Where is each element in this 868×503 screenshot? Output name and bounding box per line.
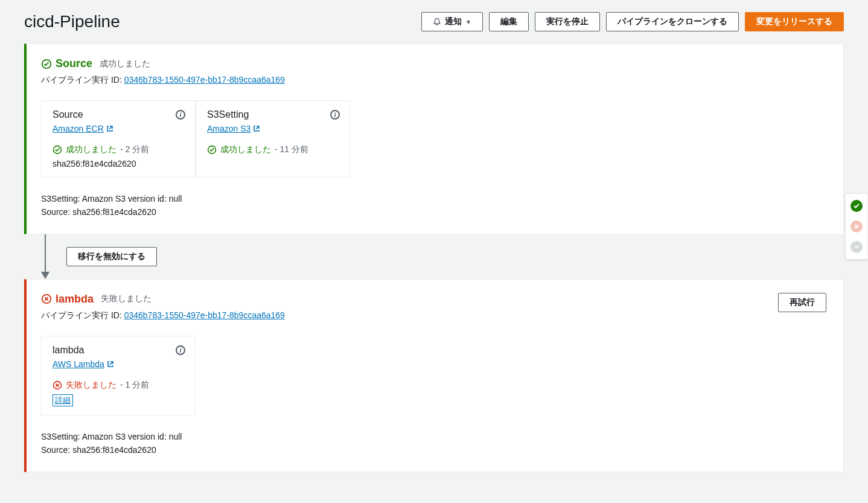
artifact-lines: S3Setting: Amazon S3 version id: null So… [41,430,826,457]
stage-source-title: Source [41,57,92,70]
page-title: cicd-Pipeline [24,12,120,31]
info-icon[interactable]: i [176,110,185,120]
provider-label: AWS Lambda [53,359,104,369]
lambda-action-cards: i lambda AWS Lambda 失敗しました - 1 分前 詳細 [41,336,826,415]
exec-line: パイプライン実行 ID: 0346b783-1550-497e-bb17-8b9… [41,75,285,86]
status-line: 成功しました - 11 分前 [207,144,339,155]
source-action-cards: i Source Amazon ECR 成功しました - 2 分前 sha256… [41,100,826,178]
provider-label: Amazon S3 [207,124,251,133]
check-circle-icon [53,145,62,155]
status-pill-fail[interactable] [850,220,863,232]
exec-id-link[interactable]: 0346b783-1550-497e-bb17-8b9ccaa6a169 [124,75,285,85]
artifact-source: Source: sha256:f81e4cda2620 [41,205,826,219]
status-time: - 1 分前 [120,380,149,391]
info-icon[interactable]: i [330,110,340,120]
transition: 移行を無効にする [41,234,844,279]
info-icon[interactable]: i [176,345,185,355]
external-link-icon [107,360,114,368]
artifact-lines: S3Setting: Amazon S3 version id: null So… [41,192,826,219]
status-label: 成功しました [220,144,271,155]
edit-button[interactable]: 編集 [489,12,529,31]
caret-down-icon: ▼ [465,19,471,25]
x-circle-icon [53,380,62,390]
exec-line: パイプライン実行 ID: 0346b783-1550-497e-bb17-8b9… [41,310,285,321]
status-time: - 11 分前 [275,144,308,155]
source-hash: sha256:f81e4cda2620 [53,159,184,168]
check-circle-icon [207,145,217,155]
exec-label: パイプライン実行 ID: [41,75,122,85]
status-pill-neutral[interactable] [850,241,863,253]
clone-button[interactable]: パイプラインをクローンする [606,12,739,31]
stop-button[interactable]: 実行を停止 [535,12,600,31]
exec-label: パイプライン実行 ID: [41,310,122,320]
status-line: 失敗しました - 1 分前 [53,380,184,391]
card-title: lambda [53,345,184,356]
card-title: S3Setting [207,109,339,120]
exec-id-link[interactable]: 0346b783-1550-497e-bb17-8b9ccaa6a169 [124,310,285,320]
check-icon [853,202,860,210]
provider-label: Amazon ECR [53,124,104,133]
action-card-s3setting: i S3Setting Amazon S3 成功しました - 11 分前 [196,100,350,178]
x-icon [853,223,860,230]
floating-status-panel[interactable] [845,193,868,260]
retry-button[interactable]: 再試行 [778,293,826,312]
status-pill-success[interactable] [850,200,863,212]
artifact-source: Source: sha256:f81e4cda2620 [41,443,826,457]
status-label: 失敗しました [66,380,116,391]
check-circle-icon [41,59,52,69]
arrow-icon [41,234,49,279]
artifact-s3: S3Setting: Amazon S3 version id: null [41,192,826,205]
stage-source-status: 成功しました [100,59,150,69]
release-button[interactable]: 変更をリリースする [745,12,844,31]
card-title: Source [53,109,184,120]
notify-label: 通知 [445,16,462,27]
detail-link[interactable]: 詳細 [53,394,73,406]
external-link-icon [106,125,113,132]
page-header: cicd-Pipeline 通知 ▼ 編集 実行を停止 パイプラインをクローンす… [24,12,844,31]
stage-lambda-title: lambda [41,293,94,306]
status-label: 成功しました [66,144,116,155]
external-link-icon [253,125,260,132]
x-circle-icon [41,293,52,304]
provider-link[interactable]: Amazon ECR [53,124,113,133]
action-card-source: i Source Amazon ECR 成功しました - 2 分前 sha256… [41,100,196,178]
bell-icon [433,18,441,26]
status-line: 成功しました - 2 分前 [53,144,184,155]
minus-icon [853,243,860,251]
header-actions: 通知 ▼ 編集 実行を停止 パイプラインをクローンする 変更をリリースする [421,12,844,31]
artifact-s3: S3Setting: Amazon S3 version id: null [41,430,826,443]
stage-lambda-status: 失敗しました [101,293,152,304]
stage-lambda: lambda 失敗しました パイプライン実行 ID: 0346b783-1550… [24,279,844,472]
provider-link[interactable]: Amazon S3 [207,124,260,133]
status-time: - 2 分前 [120,144,149,155]
notify-button[interactable]: 通知 ▼ [421,12,483,31]
stage-source: Source 成功しました パイプライン実行 ID: 0346b783-1550… [24,43,844,234]
stage-lambda-name: lambda [56,293,94,306]
disable-transition-button[interactable]: 移行を無効にする [66,247,157,266]
provider-link[interactable]: AWS Lambda [53,359,114,369]
action-card-lambda: i lambda AWS Lambda 失敗しました - 1 分前 詳細 [41,336,196,415]
stage-source-name: Source [56,57,92,70]
